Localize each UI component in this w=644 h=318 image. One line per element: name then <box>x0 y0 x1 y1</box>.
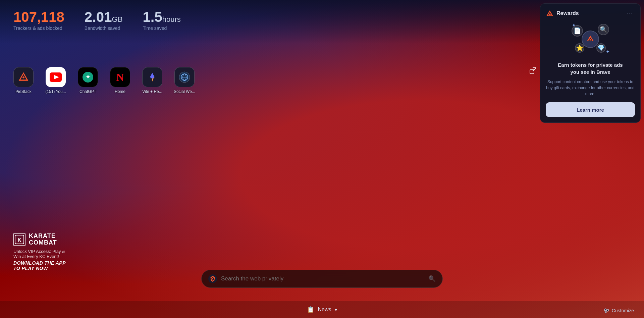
shortcut-socialweb-icon <box>174 67 195 87</box>
news-chevron-icon: ▾ <box>335 307 337 312</box>
news-label[interactable]: News <box>318 307 331 313</box>
svg-point-25 <box>605 309 606 310</box>
shortcut-youtube-icon <box>46 67 66 87</box>
shortcut-home[interactable]: N Home <box>107 67 133 94</box>
kc-logo-icon: K <box>13 233 25 246</box>
kc-logo-text: KARATECOMBAT <box>29 233 57 246</box>
bandwidth-stat: 2.01GB Bandwidth saved <box>85 9 123 31</box>
bandwidth-label: Bandwidth saved <box>85 25 123 31</box>
time-stat: 1.5hours Time saved <box>143 9 180 31</box>
reward-circle-br: 💎 <box>596 43 606 53</box>
reward-circle-center <box>582 31 599 48</box>
customize-button[interactable]: Customize <box>604 308 634 313</box>
bandwidth-value: 2.01GB <box>85 9 123 25</box>
svg-point-30 <box>549 14 551 15</box>
svg-point-33 <box>590 39 591 41</box>
learn-more-button[interactable]: Learn more <box>546 102 635 117</box>
shortcut-youtube[interactable]: (151) You... <box>42 67 69 94</box>
shortcut-vite-label: Vite + Re... <box>139 89 166 94</box>
shortcut-chatgpt-label: ChatGPT <box>74 89 101 94</box>
shortcut-socialweb[interactable]: Social We... <box>171 67 198 94</box>
sparkle-icon-2: ✦ <box>606 49 610 54</box>
svg-point-21 <box>212 278 213 279</box>
svg-text:✦: ✦ <box>85 73 91 81</box>
news-bar[interactable]: 📋 News ▾ <box>0 301 644 318</box>
customize-icon <box>604 308 609 313</box>
svg-point-2 <box>22 76 24 78</box>
rewards-menu-button[interactable]: ⋯ <box>625 9 635 18</box>
news-icon: 📋 <box>307 306 314 313</box>
shortcut-home-icon: N <box>110 67 130 87</box>
shortcuts-row: PieStack (151) You... ✦ ChatGPT N Home <box>10 67 198 94</box>
shortcut-chatgpt[interactable]: ✦ ChatGPT <box>74 67 101 94</box>
search-input[interactable] <box>221 275 424 282</box>
reward-circle-tr: 🔍 <box>598 24 609 35</box>
time-value: 1.5hours <box>143 9 180 25</box>
kc-cta: DOWNLOAD THE APPTO PLAY NOW <box>13 260 66 271</box>
reward-circle-bl: ⭐ <box>575 43 584 53</box>
trackers-label: Trackers & ads blocked <box>13 25 64 31</box>
rewards-panel: Rewards ⋯ ✦ 📄 🔍 ⭐ 💎 ✦ Earn tokens for pr… <box>540 3 641 123</box>
rewards-title-row: Rewards <box>546 9 579 17</box>
shortcut-home-label: Home <box>107 89 133 94</box>
stats-bar: 107,118 Trackers & ads blocked 2.01GB Ba… <box>13 9 181 31</box>
rewards-illustration: ✦ 📄 🔍 ⭐ 💎 ✦ <box>546 22 635 56</box>
rewards-body-title: Earn tokens for private adsyou see in Br… <box>546 61 635 75</box>
kc-logo-row: K KARATECOMBAT <box>13 233 66 246</box>
trackers-value: 107,118 <box>13 9 64 25</box>
rewards-body-desc: Support content creators and use your to… <box>546 79 635 97</box>
search-bar[interactable]: 🔍 <box>201 270 443 288</box>
svg-line-15 <box>533 68 536 71</box>
rewards-title: Rewards <box>556 10 579 16</box>
customize-label: Customize <box>612 308 634 313</box>
rewards-logo-icon <box>546 9 554 17</box>
external-link-icon[interactable] <box>529 67 537 76</box>
reward-circle-tl: 📄 <box>572 25 583 37</box>
kc-subtitle: Unlock VIP Access: Play &Win at Every KC… <box>13 249 66 259</box>
brave-search-icon <box>208 274 217 283</box>
shortcut-piestack-icon <box>13 67 34 87</box>
svg-point-27 <box>605 311 606 313</box>
search-magnifier-icon: 🔍 <box>428 275 436 282</box>
shortcut-piestack[interactable]: PieStack <box>10 67 37 94</box>
kc-branding: K KARATECOMBAT Unlock VIP Access: Play &… <box>13 233 66 271</box>
time-label: Time saved <box>143 25 180 31</box>
shortcut-vite[interactable]: Vite + Re... <box>139 67 166 94</box>
shortcut-socialweb-label: Social We... <box>171 89 198 94</box>
learn-more-label: Learn more <box>577 107 604 113</box>
rewards-header: Rewards ⋯ <box>546 9 635 18</box>
rewards-icons-cluster: ✦ 📄 🔍 ⭐ 💎 ✦ <box>570 22 610 56</box>
shortcut-vite-icon <box>142 67 162 87</box>
svg-text:K: K <box>17 237 21 243</box>
trackers-stat: 107,118 Trackers & ads blocked <box>13 9 64 31</box>
shortcut-piestack-label: PieStack <box>10 89 37 94</box>
svg-point-26 <box>607 310 608 311</box>
shortcut-youtube-label: (151) You... <box>42 89 69 94</box>
search-container: 🔍 <box>201 270 443 288</box>
shortcut-chatgpt-icon: ✦ <box>78 67 98 87</box>
